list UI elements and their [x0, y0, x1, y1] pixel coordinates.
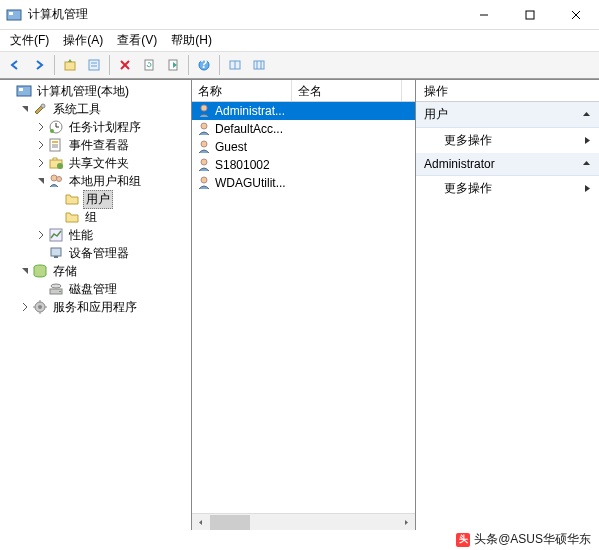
up-button[interactable]	[59, 54, 81, 76]
device-icon	[48, 245, 64, 261]
expander-closed-icon[interactable]	[34, 228, 48, 242]
help-button[interactable]: ?	[193, 54, 215, 76]
tree-item-label: 设备管理器	[67, 245, 131, 262]
svg-rect-29	[52, 141, 58, 143]
menu-file[interactable]: 文件(F)	[4, 30, 55, 51]
tree-item[interactable]: 任务计划程序	[0, 118, 191, 136]
horizontal-scrollbar[interactable]	[192, 513, 415, 530]
expander-open-icon[interactable]	[18, 264, 32, 278]
tree-item[interactable]: 共享文件夹	[0, 154, 191, 172]
svg-rect-18	[254, 61, 264, 69]
menu-action[interactable]: 操作(A)	[57, 30, 109, 51]
clock-icon	[48, 119, 64, 135]
action-item[interactable]: 更多操作	[416, 176, 599, 201]
svg-point-44	[38, 305, 42, 309]
scroll-thumb[interactable]	[210, 515, 250, 530]
list-row[interactable]: Administrat...	[192, 102, 415, 120]
tree-pane[interactable]: 计算机管理(本地)系统工具任务计划程序事件查看器共享文件夹本地用户和组用户组性能…	[0, 80, 192, 530]
root-icon	[16, 83, 32, 99]
svg-point-48	[201, 159, 207, 165]
list-row[interactable]: WDAGUtilit...	[192, 174, 415, 192]
show-hide-pane-button[interactable]	[224, 54, 246, 76]
tree-item[interactable]: 设备管理器	[0, 244, 191, 262]
cell-name: Administrat...	[215, 104, 295, 118]
maximize-button[interactable]	[507, 0, 553, 30]
tree-item[interactable]: 组	[0, 208, 191, 226]
list-row[interactable]: Guest	[192, 138, 415, 156]
svg-rect-42	[59, 291, 61, 292]
cell-name: Guest	[215, 140, 295, 154]
export-button[interactable]	[162, 54, 184, 76]
expander-open-icon[interactable]	[18, 102, 32, 116]
cell-name: WDAGUtilit...	[215, 176, 295, 190]
list-row[interactable]: S1801002	[192, 156, 415, 174]
watermark-logo-icon: 头	[456, 533, 470, 547]
scroll-left-arrow[interactable]	[192, 514, 209, 531]
list-pane: 名称全名 Administrat...DefaultAcc...GuestS18…	[192, 80, 416, 530]
expander-closed-icon[interactable]	[34, 156, 48, 170]
action-group-header[interactable]: 用户	[416, 102, 599, 128]
cell-name: S1801002	[215, 158, 295, 172]
collapse-up-icon	[582, 157, 591, 171]
tree-item[interactable]: 事件查看器	[0, 136, 191, 154]
svg-rect-37	[51, 248, 61, 256]
tree-item[interactable]: 存储	[0, 262, 191, 280]
user-icon	[196, 175, 212, 191]
folder-icon	[64, 191, 80, 207]
tree-item-label: 服务和应用程序	[51, 299, 139, 316]
svg-point-46	[201, 123, 207, 129]
actions-pane: 操作 用户更多操作Administrator更多操作	[416, 80, 599, 530]
tree-item-label: 任务计划程序	[67, 119, 143, 136]
tree-item-label: 存储	[51, 263, 79, 280]
action-item-label: 更多操作	[444, 132, 492, 149]
action-item[interactable]: 更多操作	[416, 128, 599, 153]
workspace: 计算机管理(本地)系统工具任务计划程序事件查看器共享文件夹本地用户和组用户组性能…	[0, 79, 599, 530]
minimize-button[interactable]	[461, 0, 507, 30]
close-button[interactable]	[553, 0, 599, 30]
tile-button[interactable]	[248, 54, 270, 76]
expander-closed-icon[interactable]	[18, 300, 32, 314]
back-button[interactable]	[4, 54, 26, 76]
tree-item[interactable]: 服务和应用程序	[0, 298, 191, 316]
column-header[interactable]: 名称	[192, 80, 292, 101]
action-group-title: Administrator	[424, 157, 495, 171]
tree-item[interactable]: 计算机管理(本地)	[0, 82, 191, 100]
list-header: 名称全名	[192, 80, 415, 102]
services-icon	[32, 299, 48, 315]
users-icon	[48, 173, 64, 189]
expander-closed-icon[interactable]	[34, 120, 48, 134]
svg-text:?: ?	[200, 58, 207, 71]
actions-header: 操作	[416, 80, 599, 102]
tree-item[interactable]: 性能	[0, 226, 191, 244]
tree-item[interactable]: 磁盘管理	[0, 280, 191, 298]
watermark: 头 头条@ASUS华硕华东	[456, 531, 591, 548]
user-icon	[196, 121, 212, 137]
title-bar: 计算机管理	[0, 0, 599, 30]
tree-item[interactable]: 本地用户和组	[0, 172, 191, 190]
svg-point-27	[50, 129, 54, 133]
properties-button[interactable]	[83, 54, 105, 76]
submenu-arrow-icon	[584, 134, 591, 148]
tree-item[interactable]: 系统工具	[0, 100, 191, 118]
refresh-button[interactable]	[138, 54, 160, 76]
list-row[interactable]: DefaultAcc...	[192, 120, 415, 138]
tree-item-label: 系统工具	[51, 101, 103, 118]
expander-spacer	[50, 192, 64, 206]
svg-rect-7	[89, 60, 99, 70]
disk-icon	[48, 281, 64, 297]
column-header[interactable]: 全名	[292, 80, 402, 101]
delete-button[interactable]	[114, 54, 136, 76]
folder-icon	[64, 209, 80, 225]
menu-view[interactable]: 查看(V)	[111, 30, 163, 51]
scroll-right-arrow[interactable]	[398, 514, 415, 531]
menu-help[interactable]: 帮助(H)	[165, 30, 218, 51]
forward-button[interactable]	[28, 54, 50, 76]
tree-item-label: 共享文件夹	[67, 155, 131, 172]
tree-item-label: 性能	[67, 227, 95, 244]
tree-item[interactable]: 用户	[0, 190, 191, 208]
user-icon	[196, 103, 212, 119]
expander-closed-icon[interactable]	[34, 138, 48, 152]
list-body[interactable]: Administrat...DefaultAcc...GuestS1801002…	[192, 102, 415, 513]
action-group-header[interactable]: Administrator	[416, 153, 599, 176]
expander-open-icon[interactable]	[34, 174, 48, 188]
